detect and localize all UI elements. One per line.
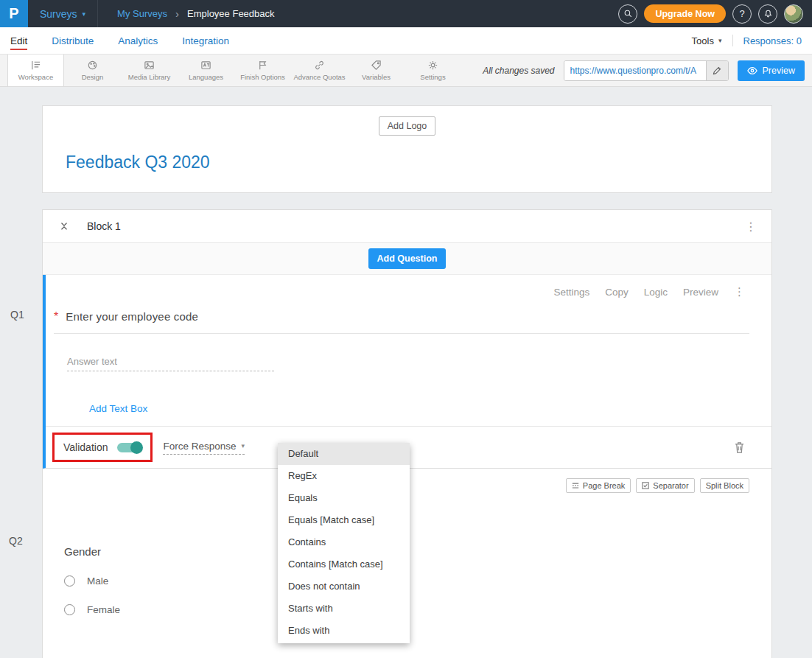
question-settings-link[interactable]: Settings xyxy=(553,287,589,298)
pencil-icon xyxy=(713,66,721,75)
validation-toggle[interactable] xyxy=(117,443,141,452)
divider xyxy=(732,35,733,46)
settings-gear-icon xyxy=(427,60,438,71)
survey-title[interactable]: Feedback Q3 2020 xyxy=(66,153,771,172)
toolbar-item-finish-options[interactable]: Finish Options xyxy=(234,55,291,86)
survey-url-box xyxy=(564,60,729,81)
tab-edit[interactable]: Edit xyxy=(10,35,27,46)
languages-icon xyxy=(200,60,211,71)
questionpro-logo[interactable]: P xyxy=(0,0,28,27)
validation-label: Validation xyxy=(63,441,108,453)
help-button[interactable]: ? xyxy=(732,4,752,24)
media-library-icon xyxy=(144,60,155,71)
separator-button[interactable]: Separator xyxy=(636,478,694,493)
answer-placeholder: Answer text xyxy=(67,356,117,367)
responses-count[interactable]: Responses: 0 xyxy=(743,35,802,46)
toolbar-item-media-library[interactable]: Media Library xyxy=(121,55,178,86)
search-icon xyxy=(623,9,633,18)
toggle-knob-icon xyxy=(130,441,143,454)
finish-options-icon xyxy=(257,60,268,71)
question-copy-link[interactable]: Copy xyxy=(605,287,629,298)
logo-letter: P xyxy=(9,5,18,22)
validation-toggle-group: Validation xyxy=(52,433,153,462)
force-response-dropdown[interactable]: Force Response ▾ xyxy=(163,441,245,455)
edit-toolbar: Workspace Design Media Library Languages… xyxy=(0,55,812,87)
q1-number-label: Q1 xyxy=(10,309,24,321)
page-break-button[interactable]: Page Break xyxy=(566,478,631,493)
q2-number-label: Q2 xyxy=(9,535,23,547)
dropdown-option-starts-with[interactable]: Starts with xyxy=(278,598,410,620)
caret-down-icon: ▾ xyxy=(83,10,86,18)
add-question-row: Add Question xyxy=(43,243,771,275)
block-menu-icon[interactable]: ⋮ xyxy=(741,220,761,234)
dropdown-option-default[interactable]: Default xyxy=(278,443,410,465)
dropdown-option-ends-with[interactable]: Ends with xyxy=(278,620,410,642)
answer-text-field[interactable]: Answer text xyxy=(67,356,274,371)
variables-icon xyxy=(371,60,382,71)
question-preview-link[interactable]: Preview xyxy=(683,287,718,298)
collapse-block-icon[interactable] xyxy=(59,221,69,231)
dropdown-option-does-not-contain[interactable]: Does not contain xyxy=(278,575,410,598)
search-button[interactable] xyxy=(618,4,637,24)
survey-url-input[interactable] xyxy=(564,61,706,80)
tab-integration[interactable]: Integration xyxy=(182,35,229,46)
workspace-icon xyxy=(30,60,41,71)
delete-question-icon[interactable] xyxy=(734,441,745,454)
preview-button[interactable]: Preview xyxy=(738,60,805,81)
tab-analytics[interactable]: Analytics xyxy=(118,35,158,46)
toolbar-item-settings[interactable]: Settings xyxy=(405,55,461,86)
add-logo-button[interactable]: Add Logo xyxy=(379,116,436,136)
help-icon: ? xyxy=(739,8,744,19)
advance-quotas-icon xyxy=(314,60,325,71)
question-q1: Settings Copy Logic Preview ⋮ * Enter yo… xyxy=(43,275,771,469)
tools-menu[interactable]: Tools ▾ xyxy=(692,35,722,46)
edit-url-button[interactable] xyxy=(706,61,728,80)
navbar-right: Tools ▾ Responses: 0 xyxy=(692,35,812,46)
toolbar-item-variables[interactable]: Variables xyxy=(348,55,405,86)
dropdown-option-contains-match-case[interactable]: Contains [Match case] xyxy=(278,553,410,575)
breadcrumb: My Surveys › Employee Feedback xyxy=(117,7,274,20)
toolbar-item-design[interactable]: Design xyxy=(64,55,121,86)
question-actions: Settings Copy Logic Preview ⋮ xyxy=(46,285,771,298)
validation-type-dropdown: Default RegEx Equals Equals [Match case]… xyxy=(278,443,410,643)
dropdown-option-contains[interactable]: Contains xyxy=(278,531,410,553)
survey-header-card: Add Logo Feedback Q3 2020 xyxy=(42,105,772,193)
tools-label: Tools xyxy=(692,35,714,46)
design-palette-icon xyxy=(87,60,98,71)
separator-checkbox-icon xyxy=(642,482,649,489)
toolbar-item-workspace[interactable]: Workspace xyxy=(7,55,64,86)
radio-icon xyxy=(64,575,75,587)
question-text-row: * Enter your employee code xyxy=(54,310,749,334)
dropdown-option-regex[interactable]: RegEx xyxy=(278,465,410,487)
toolbar-item-languages[interactable]: Languages xyxy=(178,55,234,86)
split-block-button[interactable]: Split Block xyxy=(700,478,749,493)
tab-distribute[interactable]: Distribute xyxy=(52,35,94,46)
upgrade-now-label: Upgrade Now xyxy=(655,9,715,19)
dropdown-option-equals[interactable]: Equals xyxy=(278,487,410,509)
question-logic-link[interactable]: Logic xyxy=(644,287,668,298)
breadcrumb-my-surveys[interactable]: My Surveys xyxy=(117,8,167,19)
dropdown-option-equals-match-case[interactable]: Equals [Match case] xyxy=(278,509,410,531)
toolbar-item-advance-quotas[interactable]: Advance Quotas xyxy=(291,55,348,86)
avatar[interactable] xyxy=(784,4,803,24)
upgrade-now-button[interactable]: Upgrade Now xyxy=(644,4,726,23)
question-menu-icon[interactable]: ⋮ xyxy=(734,285,745,298)
section-tabs: Edit Distribute Analytics Integration xyxy=(10,27,253,54)
top-navbar: P Surveys ▾ My Surveys › Employee Feedba… xyxy=(0,0,812,27)
caret-down-icon: ▾ xyxy=(718,37,722,44)
add-text-box-link[interactable]: Add Text Box xyxy=(89,403,147,414)
notifications-button[interactable] xyxy=(758,4,777,24)
breadcrumb-current-survey: Employee Feedback xyxy=(187,8,275,19)
question-text[interactable]: Enter your employee code xyxy=(66,310,198,323)
add-question-button[interactable]: Add Question xyxy=(368,248,447,269)
save-status: All changes saved xyxy=(483,66,554,76)
surveys-menu-label: Surveys xyxy=(40,8,77,20)
surveys-menu[interactable]: Surveys ▾ xyxy=(28,0,98,27)
block-header: Block 1 ⋮ xyxy=(43,210,771,243)
topbar-actions: Upgrade Now ? xyxy=(618,4,812,24)
block-name[interactable]: Block 1 xyxy=(87,220,121,232)
page-break-icon xyxy=(572,482,579,489)
caret-down-icon: ▾ xyxy=(242,442,245,449)
required-asterisk: * xyxy=(54,310,58,323)
toolbar-right: All changes saved Preview xyxy=(483,55,812,86)
